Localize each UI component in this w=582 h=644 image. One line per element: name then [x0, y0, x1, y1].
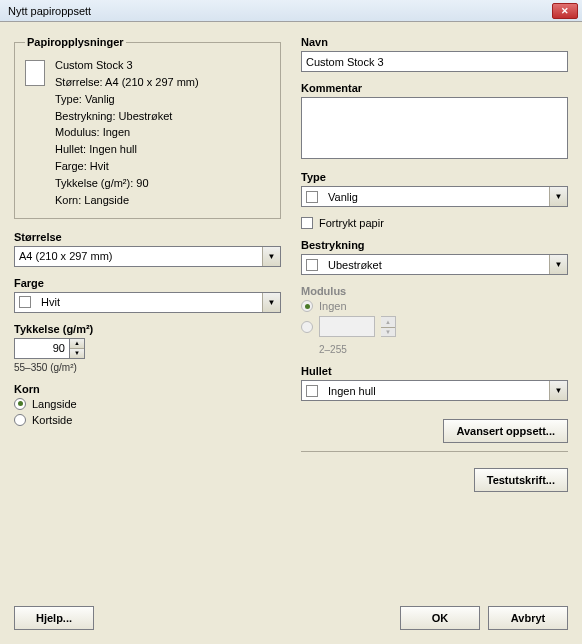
- paper-info-type: Type: Vanlig: [55, 92, 199, 107]
- punch-field: Hullet Ingen hull ▼: [301, 365, 568, 401]
- paper-info-color: Farge: Hvit: [55, 159, 199, 174]
- modulus-hint: 2–255: [319, 344, 568, 355]
- weight-spinner: ▲ ▼: [14, 338, 281, 359]
- dialog-content: Papiropplysninger Custom Stock 3 Størrel…: [0, 22, 582, 644]
- preprinted-label: Fortrykt papir: [319, 217, 384, 229]
- weight-hint: 55–350 (g/m²): [14, 362, 281, 373]
- radio-unchecked-icon[interactable]: [14, 414, 26, 426]
- preprinted-field: Fortrykt papir: [301, 217, 568, 229]
- testprint-row: Testutskrift...: [301, 468, 568, 492]
- modulus-custom-row: ▲ ▼: [301, 316, 568, 337]
- modulus-label: Modulus: [301, 285, 568, 297]
- modulus-spin-buttons: ▲ ▼: [381, 316, 396, 337]
- preprinted-row[interactable]: Fortrykt papir: [301, 217, 568, 229]
- type-field: Type Vanlig ▼: [301, 171, 568, 207]
- grain-field: Korn Langside Kortside: [14, 383, 281, 426]
- punch-combo-text: Ingen hull: [324, 385, 549, 397]
- spin-up-disabled-icon: ▲: [381, 317, 395, 327]
- radio-checked-icon[interactable]: [14, 398, 26, 410]
- help-button[interactable]: Hjelp...: [14, 606, 94, 630]
- comment-textarea[interactable]: [301, 97, 568, 159]
- name-label: Navn: [301, 36, 568, 48]
- color-label: Farge: [14, 277, 281, 289]
- modulus-none-row: Ingen: [301, 300, 568, 312]
- size-combo[interactable]: A4 (210 x 297 mm) ▼: [14, 246, 281, 267]
- paper-info-group: Papiropplysninger Custom Stock 3 Størrel…: [14, 36, 281, 219]
- advanced-row: Avansert oppsett...: [301, 419, 568, 443]
- paper-info-lines: Custom Stock 3 Størrelse: A4 (210 x 297 …: [55, 58, 199, 208]
- chevron-down-icon[interactable]: ▼: [262, 293, 280, 312]
- paper-info-legend: Papiropplysninger: [25, 36, 126, 48]
- close-button[interactable]: ✕: [552, 3, 578, 19]
- window-title: Nytt papiroppsett: [4, 5, 552, 17]
- paper-info-grain: Korn: Langside: [55, 193, 199, 208]
- modulus-input: [319, 316, 375, 337]
- ok-button[interactable]: OK: [400, 606, 480, 630]
- coating-combo-text: Ubestrøket: [324, 259, 549, 271]
- columns: Papiropplysninger Custom Stock 3 Størrel…: [14, 36, 568, 598]
- close-icon: ✕: [561, 6, 569, 16]
- paper-info-coating: Bestrykning: Ubestrøket: [55, 109, 199, 124]
- name-field: Navn: [301, 36, 568, 72]
- chevron-down-icon[interactable]: ▼: [549, 187, 567, 206]
- paper-info-name: Custom Stock 3: [55, 58, 199, 73]
- punch-combo[interactable]: Ingen hull ▼: [301, 380, 568, 401]
- weight-spin-buttons: ▲ ▼: [70, 338, 85, 359]
- type-label: Type: [301, 171, 568, 183]
- weight-input[interactable]: [14, 338, 70, 359]
- type-combo-text: Vanlig: [324, 191, 549, 203]
- type-combo[interactable]: Vanlig ▼: [301, 186, 568, 207]
- punch-label: Hullet: [301, 365, 568, 377]
- weight-label: Tykkelse (g/m²): [14, 323, 281, 335]
- spin-down-icon[interactable]: ▼: [70, 348, 84, 358]
- color-combo[interactable]: Hvit ▼: [14, 292, 281, 313]
- paper-info-weight: Tykkelse (g/m²): 90: [55, 176, 199, 191]
- paper-info-modulus: Modulus: Ingen: [55, 125, 199, 140]
- ok-cancel-group: OK Avbryt: [400, 606, 568, 630]
- paper-sheet-icon: [25, 60, 45, 86]
- radio-checked-disabled-icon: [301, 300, 313, 312]
- size-combo-text: A4 (210 x 297 mm): [15, 250, 262, 262]
- cancel-button[interactable]: Avbryt: [488, 606, 568, 630]
- chevron-down-icon[interactable]: ▼: [549, 381, 567, 400]
- left-column: Papiropplysninger Custom Stock 3 Størrel…: [14, 36, 281, 598]
- separator: [301, 451, 568, 452]
- color-field: Farge Hvit ▼: [14, 277, 281, 313]
- grain-short-row[interactable]: Kortside: [14, 414, 281, 426]
- size-field: Størrelse A4 (210 x 297 mm) ▼: [14, 231, 281, 267]
- footer-buttons: Hjelp... OK Avbryt: [14, 606, 568, 630]
- color-swatch-icon: [19, 296, 31, 308]
- grain-long-label: Langside: [32, 398, 77, 410]
- title-bar: Nytt papiroppsett ✕: [0, 0, 582, 22]
- chevron-down-icon[interactable]: ▼: [549, 255, 567, 274]
- weight-field: Tykkelse (g/m²) ▲ ▼ 55–350 (g/m²): [14, 323, 281, 373]
- size-label: Størrelse: [14, 231, 281, 243]
- grain-radio-group: Langside Kortside: [14, 398, 281, 426]
- checkbox-unchecked-icon[interactable]: [301, 217, 313, 229]
- modulus-field: Modulus Ingen ▲ ▼ 2–255: [301, 285, 568, 355]
- paper-info-size: Størrelse: A4 (210 x 297 mm): [55, 75, 199, 90]
- name-input[interactable]: [301, 51, 568, 72]
- punch-swatch-icon: [306, 385, 318, 397]
- paper-info-body: Custom Stock 3 Størrelse: A4 (210 x 297 …: [25, 58, 270, 208]
- spin-up-icon[interactable]: ▲: [70, 339, 84, 349]
- comment-label: Kommentar: [301, 82, 568, 94]
- coating-label: Bestrykning: [301, 239, 568, 251]
- color-combo-text: Hvit: [37, 296, 262, 308]
- coating-swatch-icon: [306, 259, 318, 271]
- radio-unchecked-disabled-icon: [301, 321, 313, 333]
- grain-long-row[interactable]: Langside: [14, 398, 281, 410]
- comment-field: Kommentar: [301, 82, 568, 161]
- modulus-radio-group: Ingen ▲ ▼ 2–255: [301, 300, 568, 355]
- grain-label: Korn: [14, 383, 281, 395]
- test-print-button[interactable]: Testutskrift...: [474, 468, 568, 492]
- type-swatch-icon: [306, 191, 318, 203]
- spin-down-disabled-icon: ▼: [381, 327, 395, 337]
- coating-combo[interactable]: Ubestrøket ▼: [301, 254, 568, 275]
- advanced-setup-button[interactable]: Avansert oppsett...: [443, 419, 568, 443]
- grain-short-label: Kortside: [32, 414, 72, 426]
- coating-field: Bestrykning Ubestrøket ▼: [301, 239, 568, 275]
- chevron-down-icon[interactable]: ▼: [262, 247, 280, 266]
- paper-info-punch: Hullet: Ingen hull: [55, 142, 199, 157]
- modulus-none-label: Ingen: [319, 300, 347, 312]
